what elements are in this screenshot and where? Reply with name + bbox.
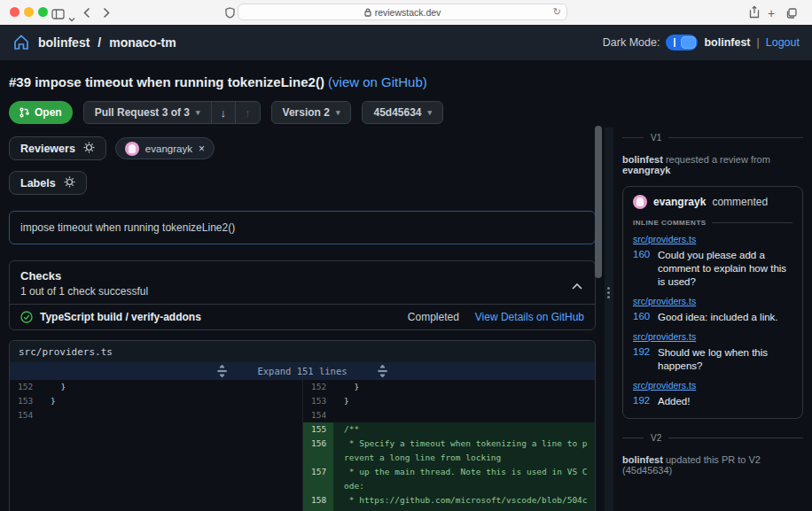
thread-text: Good idea: included a link.: [658, 311, 778, 324]
sidebar-toggle-icon[interactable]: [51, 7, 65, 23]
main-scrollbar-thumb[interactable]: [595, 126, 602, 278]
next-pr-button[interactable]: ↓: [211, 102, 236, 123]
new-tab-icon[interactable]: +: [768, 6, 775, 20]
code-text: [40, 408, 302, 422]
zoom-window-button[interactable]: [38, 7, 48, 17]
code-text: /**: [333, 422, 595, 437]
check-name: TypeScript build / verify-addons: [40, 311, 201, 323]
thread-file-link[interactable]: src/providers.ts: [633, 380, 696, 391]
code-text: * https://github.com/microsoft/vscode/bl…: [333, 493, 595, 511]
diff-line-after-153: 153}: [303, 394, 595, 408]
share-icon[interactable]: [749, 5, 760, 22]
repo-name[interactable]: monaco-tm: [109, 35, 176, 50]
commit-message-input[interactable]: impose timeout when running tokenizeLine…: [9, 211, 596, 244]
line-number[interactable]: 153: [10, 394, 40, 408]
reviewers-row: Reviewers evangrayk ×: [9, 136, 596, 160]
inline-threads: src/providers.ts160Could you please add …: [633, 234, 792, 408]
chevron-down-icon: ▾: [196, 108, 200, 117]
labels-button[interactable]: Labels: [9, 171, 87, 195]
toggle-on-mark: [674, 38, 675, 47]
tab-overview-icon[interactable]: [786, 6, 797, 22]
thread-line-number[interactable]: 192: [633, 395, 652, 408]
checks-panel: Checks 1 out of 1 check successful TypeS…: [9, 260, 596, 330]
panel-splitter[interactable]: [605, 128, 613, 511]
privacy-shield-icon[interactable]: [225, 6, 235, 22]
timeline-sidebar: V1 bolinfest requested a review from eva…: [613, 128, 812, 511]
line-number[interactable]: 155: [303, 422, 333, 437]
line-number[interactable]: 154: [10, 408, 40, 422]
address-bar[interactable]: reviewstack.dev ↻: [238, 4, 567, 20]
pr-selector-group: Pull Request 3 of 3▾ ↓ ↑: [83, 101, 261, 124]
close-window-button[interactable]: [10, 7, 20, 17]
forward-icon[interactable]: [103, 6, 110, 22]
thread-text: Added!: [658, 395, 690, 408]
browser-chrome: reviewstack.dev ↻ +: [0, 0, 812, 25]
code-text: }: [333, 394, 595, 408]
code-text: }: [40, 380, 302, 394]
splitter-grip-icon[interactable]: [607, 285, 610, 300]
commit-selector[interactable]: 45d45634▾: [362, 101, 443, 124]
check-details-link[interactable]: View Details on GitHub: [475, 311, 584, 323]
pr-state-label: Open: [35, 106, 62, 119]
code-text: }: [40, 394, 302, 408]
thread-file-link[interactable]: src/providers.ts: [633, 331, 696, 342]
line-number[interactable]: 157: [303, 465, 333, 493]
diff-pane-before: 152 }153}154: [10, 380, 302, 511]
view-on-github-link[interactable]: (view on GitHub): [328, 74, 427, 89]
code-text: * up the main thread. Note this is used …: [333, 465, 595, 493]
line-number[interactable]: 152: [10, 380, 40, 394]
diff-line-after-158: 158 * https://github.com/microsoft/vscod…: [303, 493, 595, 511]
thread-line-number[interactable]: 160: [633, 249, 652, 289]
app-header: bolinfest / monaco-tm Dark Mode: bolinfe…: [0, 25, 812, 60]
diff-line-after-152: 152 }: [303, 380, 595, 394]
dark-mode-toggle[interactable]: [666, 35, 698, 50]
diff-file-path: src/providers.ts: [10, 341, 595, 362]
repo-owner[interactable]: bolinfest: [38, 35, 90, 50]
previous-pr-button[interactable]: ↑: [235, 102, 260, 123]
event-text: requested a review from: [666, 154, 770, 165]
lock-icon: [364, 8, 371, 17]
diff-line-before-153: 153}: [10, 394, 302, 408]
review-request-event: bolinfest requested a review from evangr…: [622, 154, 803, 175]
expand-lines-bar[interactable]: Expand 151 lines: [10, 362, 595, 380]
thread-line-number[interactable]: 160: [633, 311, 652, 324]
event-actor: bolinfest: [622, 154, 663, 165]
thread-line-number[interactable]: 192: [633, 346, 652, 373]
minimize-window-button[interactable]: [24, 7, 34, 17]
toggle-knob: [681, 36, 696, 49]
checks-summary: 1 out of 1 check successful: [20, 285, 584, 298]
avatar: [633, 195, 647, 209]
sidebar-chevron-icon[interactable]: [68, 10, 75, 26]
check-row: TypeScript build / verify-addons Complet…: [10, 304, 595, 329]
back-icon[interactable]: [83, 6, 90, 22]
repo-separator: /: [98, 35, 101, 50]
line-number[interactable]: 152: [303, 380, 333, 394]
line-number[interactable]: 156: [303, 437, 333, 465]
remove-reviewer-button[interactable]: ×: [199, 143, 205, 155]
comment-action: commented: [712, 196, 768, 208]
diff-line-after-157: 157 * up the main thread. Note this is u…: [303, 465, 595, 493]
diff-line-after-154: 154: [303, 408, 595, 422]
logout-link[interactable]: Logout: [766, 36, 800, 49]
check-status: Completed: [408, 311, 459, 323]
thread-comment: 192Should we log when this happens?: [633, 346, 792, 373]
pull-request-selector[interactable]: Pull Request 3 of 3▾: [84, 102, 211, 123]
pr-controls: Open Pull Request 3 of 3▾ ↓ ↑ Version 2▾…: [9, 101, 803, 124]
line-number[interactable]: 154: [303, 408, 333, 422]
gear-icon: [64, 176, 75, 190]
thread-file-link[interactable]: src/providers.ts: [633, 234, 696, 244]
diff-pane-after: 152 }153}154155/**156 * Specify a timeou…: [302, 380, 595, 511]
checks-title: Checks: [20, 269, 584, 283]
reload-icon[interactable]: ↻: [553, 6, 561, 18]
chevron-up-icon[interactable]: [572, 277, 582, 293]
reviewers-button[interactable]: Reviewers: [9, 136, 106, 160]
home-icon[interactable]: [12, 34, 30, 51]
comment-card-header: evangrayk commented: [633, 195, 792, 209]
checks-header[interactable]: Checks 1 out of 1 check successful: [10, 261, 595, 304]
line-number[interactable]: 158: [303, 493, 333, 511]
comment-card: evangrayk commented INLINE COMMENTS src/…: [622, 186, 803, 419]
version-selector[interactable]: Version 2▾: [271, 101, 352, 124]
thread-file-link[interactable]: src/providers.ts: [633, 296, 696, 306]
pr-title-row: #39 impose timeout when running tokenize…: [9, 74, 803, 89]
line-number[interactable]: 153: [303, 394, 333, 408]
